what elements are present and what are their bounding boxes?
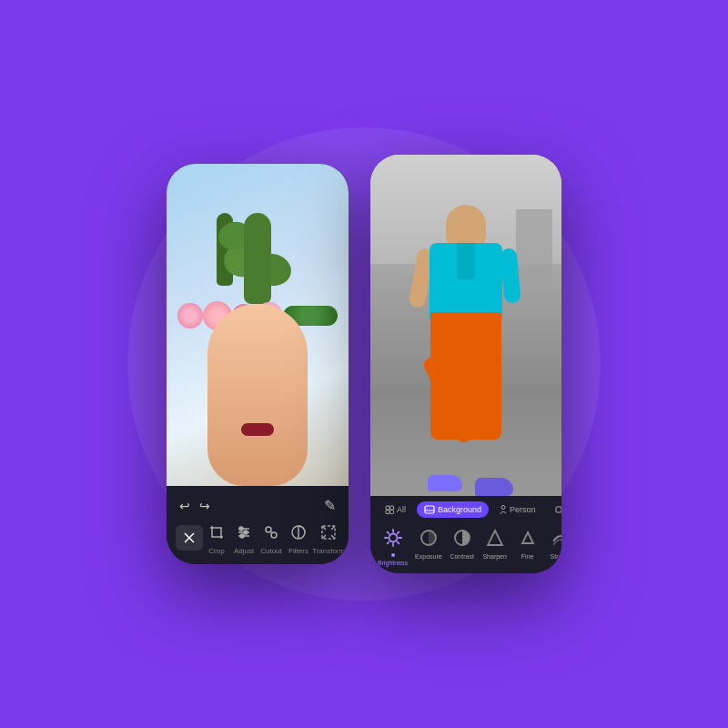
svg-rect-21 (425, 506, 434, 513)
svg-point-9 (271, 532, 277, 538)
tab-person-label: Person (510, 505, 536, 514)
brush-button[interactable]: ✎ (324, 497, 336, 514)
toolbar-icons-row: Crop Adjust (176, 520, 339, 555)
background-tab-icon (424, 505, 435, 514)
right-phone-image (370, 155, 561, 496)
right-phone: All Background Person (370, 155, 561, 573)
svg-rect-25 (556, 507, 561, 512)
tab-person[interactable]: Person (492, 501, 543, 518)
contrast-icon (451, 527, 473, 549)
fine-icon (517, 527, 539, 549)
brightness-dot (391, 553, 395, 557)
tool-close[interactable] (176, 525, 203, 551)
structure-icon (550, 527, 561, 549)
tab-background-label: Background (438, 505, 481, 514)
tab-all[interactable]: All (378, 501, 413, 518)
svg-point-5 (239, 527, 243, 531)
filters-icon (290, 524, 307, 541)
person-tab-icon (500, 505, 507, 514)
cutout-label: Cutout (260, 547, 282, 555)
crop-icon (208, 524, 225, 541)
svg-marker-38 (522, 532, 533, 543)
left-phone: ↩ ↪ ✎ (167, 164, 349, 564)
tab-object[interactable]: Object (547, 501, 561, 518)
person-arm-right (500, 248, 521, 303)
tool-transform[interactable]: Transform (312, 520, 345, 555)
svg-point-7 (240, 534, 244, 538)
transform-icon (320, 524, 337, 541)
left-phone-image (167, 164, 349, 486)
person-shirt (430, 243, 502, 320)
adj-fine[interactable]: Fine (515, 525, 541, 560)
svg-point-6 (244, 531, 248, 534)
colored-person (402, 205, 530, 496)
all-tab-icon (385, 505, 394, 514)
tool-crop[interactable]: Crop (203, 520, 230, 555)
svg-line-32 (397, 542, 399, 544)
adjust-icon (236, 524, 252, 541)
fine-label: Fine (521, 553, 534, 560)
svg-line-33 (397, 532, 399, 534)
exposure-label: Exposure (415, 553, 442, 560)
cutout-icon (263, 524, 279, 541)
person-shoe-left (428, 475, 462, 491)
brightness-label: Brightness (378, 560, 408, 566)
phones-container: ↩ ↪ ✎ (167, 155, 561, 573)
structure-label: Struc... (551, 553, 561, 560)
adj-contrast[interactable]: Contrast (450, 525, 475, 560)
adj-sharpen[interactable]: Sharpen (482, 525, 508, 560)
right-phone-bottom: All Background Person (370, 496, 561, 573)
brightness-icon (382, 527, 404, 549)
undo-button[interactable]: ↩ (179, 499, 190, 513)
adj-structure[interactable]: Struc... (548, 525, 561, 560)
woman-face (194, 286, 321, 486)
redo-button[interactable]: ↪ (199, 499, 210, 513)
left-phone-bottom: ↩ ↪ ✎ (167, 486, 349, 564)
lips (241, 423, 274, 436)
svg-rect-17 (386, 506, 389, 510)
face-skin (207, 304, 308, 486)
person-shoe-right (475, 478, 513, 496)
tool-cutout[interactable]: Cutout (258, 520, 285, 555)
svg-point-24 (501, 506, 505, 510)
tool-filters[interactable]: Filters (285, 520, 312, 555)
crop-label: Crop (208, 547, 224, 555)
tab-background[interactable]: Background (417, 501, 489, 518)
transform-label: Transform (312, 547, 345, 555)
adj-tools: Brightness Exposure (370, 525, 561, 566)
svg-rect-19 (386, 511, 389, 514)
contrast-label: Contrast (450, 553, 473, 560)
sharpen-icon (484, 527, 506, 549)
segment-tabs: All Background Person (370, 501, 561, 518)
exposure-icon (418, 527, 440, 549)
svg-line-34 (387, 542, 389, 544)
tool-brush[interactable]: Br... (345, 520, 349, 555)
tab-all-label: All (397, 505, 406, 514)
svg-point-26 (389, 534, 397, 542)
svg-marker-37 (488, 531, 502, 545)
filters-label: Filters (288, 547, 308, 555)
object-tab-icon (554, 505, 561, 514)
adjust-label: Adjust (234, 547, 254, 555)
adj-exposure[interactable]: Exposure (415, 525, 442, 560)
svg-line-31 (387, 532, 389, 534)
close-icon (181, 530, 197, 546)
svg-rect-20 (390, 511, 394, 514)
adj-brightness[interactable]: Brightness (378, 525, 408, 566)
svg-rect-18 (390, 506, 394, 510)
tool-adjust[interactable]: Adjust (230, 520, 258, 555)
sharpen-label: Sharpen (482, 553, 506, 560)
undo-redo-row: ↩ ↪ ✎ (176, 493, 339, 520)
undo-redo-left: ↩ ↪ (179, 499, 210, 513)
